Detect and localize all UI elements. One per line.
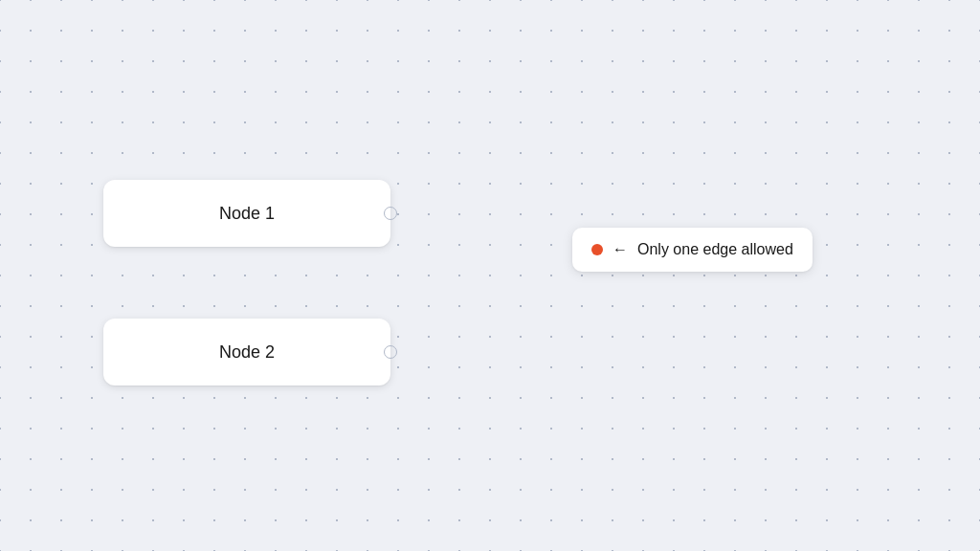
flow-canvas[interactable]: Node 1 Node 2 ← Only one edge allowed xyxy=(0,0,980,551)
node-1[interactable]: Node 1 xyxy=(103,180,390,247)
error-dot-icon xyxy=(591,244,603,255)
arrow-icon: ← xyxy=(612,241,628,258)
error-message: Only one edge allowed xyxy=(637,241,793,258)
node-2-label: Node 2 xyxy=(103,342,390,363)
node-2[interactable]: Node 2 xyxy=(103,319,390,386)
error-tooltip: ← Only one edge allowed xyxy=(572,228,813,272)
node-1-label: Node 1 xyxy=(103,204,390,224)
node-2-handle[interactable] xyxy=(384,345,397,359)
node-1-handle[interactable] xyxy=(384,207,397,220)
